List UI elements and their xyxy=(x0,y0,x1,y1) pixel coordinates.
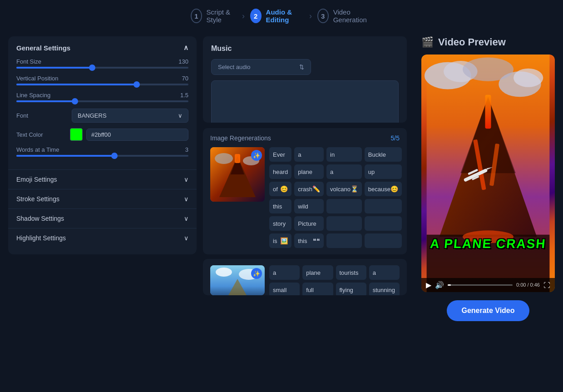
audio-select[interactable]: Select audio ⇅ xyxy=(211,59,311,75)
word-cell[interactable]: tourists xyxy=(336,265,366,280)
word-cell[interactable]: stunning xyxy=(369,283,400,295)
word-cell[interactable] xyxy=(365,216,402,231)
font-label: Font xyxy=(16,112,66,119)
word-cell[interactable]: small xyxy=(269,283,300,295)
word-cell[interactable] xyxy=(326,233,362,248)
generate-video-button[interactable]: Generate Video xyxy=(447,300,529,321)
emoji-settings-chevron: ∨ xyxy=(184,176,188,183)
font-select-dropdown[interactable]: BANGERS ∨ xyxy=(72,109,188,123)
word-cell[interactable]: full xyxy=(302,283,333,295)
font-select-chevron: ∨ xyxy=(178,112,183,119)
word-cell[interactable]: a xyxy=(269,265,300,280)
fullscreen-button[interactable]: ⛶ xyxy=(543,281,550,289)
word-grid-1: Ever a in Buckle heard plane a up of😊 cr… xyxy=(269,147,402,248)
word-cell[interactable]: a xyxy=(294,147,324,162)
regen-row-2: ✨ a plane tourists a small full flying s… xyxy=(210,265,400,295)
svg-point-7 xyxy=(216,268,232,277)
word-cell[interactable]: Ever xyxy=(269,147,291,162)
vertical-position-control: Vertical Position 70 xyxy=(16,75,188,85)
image-regenerations-section-2: ✨ a plane tourists a small full flying s… xyxy=(203,259,407,295)
word-cell[interactable] xyxy=(365,199,402,213)
word-cell[interactable]: up xyxy=(365,164,402,179)
words-at-time-value: 3 xyxy=(185,146,188,153)
font-size-label: Font Size xyxy=(16,58,66,65)
highlight-settings-toggle[interactable]: Highlight Settings ∨ xyxy=(8,228,197,248)
word-cell[interactable]: volcano⏳ xyxy=(326,182,362,196)
video-controls: ▶ 🔊 0:00 / 0:46 ⛶ xyxy=(421,278,555,292)
video-preview-title: Video Preview xyxy=(438,36,506,48)
play-button[interactable]: ▶ xyxy=(426,281,431,289)
step-1[interactable]: 1 Script & Style xyxy=(191,8,237,24)
video-container[interactable]: A PLANE CRASH ▶ 🔊 0:00 / 0:46 ⛶ xyxy=(421,55,555,292)
word-cell[interactable]: this❝❝ xyxy=(294,233,324,248)
step-arrow-2: › xyxy=(309,11,312,21)
line-spacing-label: Line Spacing xyxy=(16,92,66,99)
step-3[interactable]: 3 Video Generation xyxy=(317,8,372,24)
general-settings-toggle[interactable]: General Settings ∧ xyxy=(8,36,197,56)
video-text-overlay: A PLANE CRASH xyxy=(421,237,555,251)
word-cell[interactable]: plane xyxy=(302,265,333,280)
image-regenerations-section: Image Regenerations 5/5 xyxy=(203,128,407,254)
step-3-circle: 3 xyxy=(317,9,329,23)
emoji-settings-toggle[interactable]: Emoji Settings ∨ xyxy=(8,169,197,189)
word-cell[interactable]: plane xyxy=(294,164,324,179)
svg-point-14 xyxy=(514,69,543,87)
audio-section-title: Music xyxy=(211,45,399,53)
regen-thumbnail-1[interactable]: ✨ xyxy=(210,147,265,202)
font-select-value: BANGERS xyxy=(78,112,107,119)
word-cell[interactable]: in xyxy=(326,147,362,162)
general-settings-title: General Settings xyxy=(16,44,70,52)
shadow-settings-toggle[interactable]: Shadow Settings ∨ xyxy=(8,208,197,228)
stroke-settings-chevron: ∨ xyxy=(184,195,188,203)
step-2[interactable]: 2 Audio & Editing xyxy=(250,8,304,24)
font-size-control: Font Size 130 xyxy=(16,58,188,69)
color-hex-input[interactable]: #2bff00 xyxy=(86,129,188,141)
word-cell[interactable]: wild xyxy=(294,199,324,213)
svg-point-15 xyxy=(463,58,514,81)
word-cell[interactable]: is🖼️ xyxy=(269,233,291,248)
word-grid-2: a plane tourists a small full flying stu… xyxy=(269,265,400,295)
font-size-track[interactable] xyxy=(16,67,188,69)
shadow-settings-label: Shadow Settings xyxy=(16,215,64,222)
line-spacing-track[interactable] xyxy=(16,100,188,102)
vertical-position-label: Vertical Position xyxy=(16,75,66,82)
word-cell[interactable]: a xyxy=(326,164,362,179)
word-cell[interactable]: because😊 xyxy=(365,182,402,196)
svg-point-4 xyxy=(215,153,233,164)
svg-rect-3 xyxy=(235,154,240,163)
left-panel: General Settings ∧ Font Size 130 Vertica… xyxy=(8,36,197,254)
progress-bar[interactable] xyxy=(448,284,513,286)
step-1-label: Script & Style xyxy=(207,8,237,24)
regen-thumbnail-2[interactable]: ✨ xyxy=(210,265,265,295)
stroke-settings-label: Stroke Settings xyxy=(16,195,59,203)
magic-icon-2[interactable]: ✨ xyxy=(251,268,262,279)
word-cell[interactable]: of😊 xyxy=(269,182,291,196)
word-cell[interactable] xyxy=(365,233,402,248)
word-cell[interactable]: Picture xyxy=(294,216,324,231)
word-cell[interactable]: crash✏️ xyxy=(294,182,324,196)
audio-select-arrows: ⇅ xyxy=(299,64,304,70)
word-cell[interactable] xyxy=(326,216,362,231)
color-swatch[interactable] xyxy=(70,128,83,141)
video-preview-header: 🎬 Video Preview xyxy=(421,36,555,48)
shadow-settings-chevron: ∨ xyxy=(184,215,188,222)
stepper: 1 Script & Style › 2 Audio & Editing › 3… xyxy=(0,0,563,32)
vertical-position-track[interactable] xyxy=(16,84,188,85)
words-at-time-track[interactable] xyxy=(16,155,188,157)
audio-textarea[interactable] xyxy=(211,80,399,123)
word-cell[interactable]: this xyxy=(269,199,291,213)
stroke-settings-toggle[interactable]: Stroke Settings ∨ xyxy=(8,189,197,208)
text-color-control: Text Color #2bff00 xyxy=(16,128,188,141)
word-cell[interactable]: Buckle xyxy=(365,147,402,162)
volume-button[interactable]: 🔊 xyxy=(435,281,444,289)
image-regen-title: Image Regenerations xyxy=(210,134,271,142)
word-cell[interactable] xyxy=(326,199,362,213)
word-cell[interactable]: story xyxy=(269,216,291,231)
video-preview-icon: 🎬 xyxy=(421,36,434,48)
word-cell[interactable]: heard xyxy=(269,164,291,179)
highlight-settings-label: Highlight Settings xyxy=(16,234,66,242)
word-cell[interactable]: a xyxy=(369,265,400,280)
word-cell[interactable]: flying xyxy=(336,283,366,295)
magic-icon-1[interactable]: ✨ xyxy=(251,150,262,161)
image-regen-count: 5/5 xyxy=(391,134,400,142)
